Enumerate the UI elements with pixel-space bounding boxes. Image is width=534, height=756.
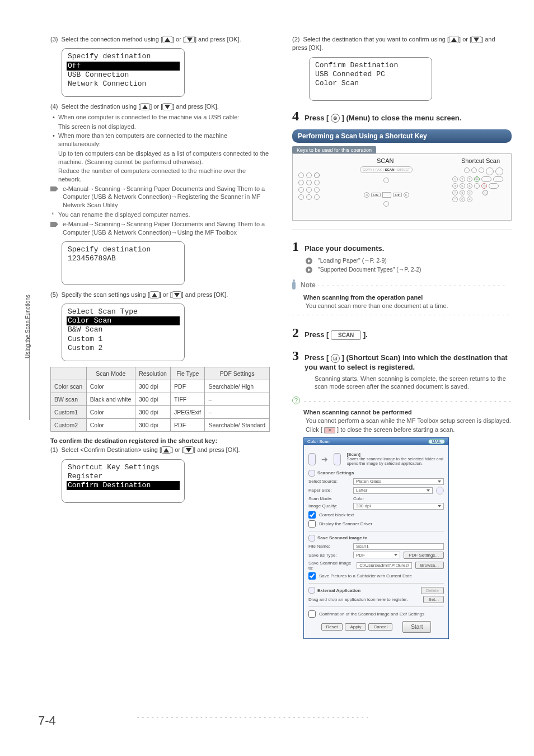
lcd-line: Network Connection [68,80,179,88]
lcd-line: 123456789AB [68,254,179,263]
text: Click [ [306,426,322,433]
dialog-title-text: Color Scan [307,439,330,444]
step-number: 4 [292,109,299,124]
close-icon: ✕ [324,427,335,433]
start-button[interactable]: Start [402,621,431,633]
step-number: 1 [292,239,299,254]
dialog-desc: Saves the scanned image to the selected … [346,457,444,466]
lcd-specify-destination-2: Specify destination 123456789AB [62,241,185,285]
section-icon [308,587,315,594]
field-label: Image Quality: [308,503,350,508]
scan-button-icon: SCAN [331,330,361,340]
question-icon: ? [292,396,300,404]
subfolder-checkbox[interactable] [308,572,316,580]
table-row: BW scan Black and white 300 dpi TIFF – [51,393,270,406]
td: TIFF [171,393,205,406]
th: PDF Settings [205,367,270,380]
td: Black and white [86,393,135,406]
section-label: Scanner Settings [317,470,354,475]
reference-link: "Loading Paper" (→P. 2-9) [306,256,512,264]
diagram-label-shortcut: Shortcut Scan [461,157,500,164]
set-button[interactable]: Set... [423,596,444,603]
td: Custom2 [51,419,87,432]
text: ]. [363,330,368,339]
lcd-shortcut-key-settings: Shortcut Key Settings Register Confirm D… [62,459,185,503]
table-row: Custom1 Color 300 dpi JPEG/Exif – [51,406,270,419]
q-body: You cannot perform a scan while the MF T… [298,417,512,425]
td: – [205,393,270,406]
page-bottom-dashes: - - - - - - - - - - - - - - - - - - - - … [0,713,534,720]
field-label: Select Source: [308,479,350,484]
table-row: Custom2 Color 300 dpi PDF Searchable/ St… [51,419,270,432]
step-text: Press [ ⊛ ] (Menu) to close the menu scr… [305,114,461,123]
td: Color [86,419,135,432]
td: Color [86,380,135,393]
confirm-heading: To confirm the destination registered in… [50,437,270,444]
image-quality-dropdown[interactable]: 300 dpi [353,503,444,510]
section-icon [308,470,315,477]
step-text: Place your documents. [305,244,384,253]
step-number: 3 [292,348,299,363]
lcd-line: USB Connedted PC [315,70,426,79]
paper-size-dropdown[interactable]: Letter [353,487,433,494]
field-value: Color [353,496,444,501]
subtext: This screen is not displayed. [50,123,270,131]
td: Color scan [51,380,87,393]
lcd-title: Specify destination [68,52,179,61]
correct-black-text-checkbox[interactable] [308,511,316,519]
td: BW scan [51,393,87,406]
step-2-top: (2) Select the destination that you want… [292,35,512,53]
pdf-settings-button[interactable]: PDF Settings... [404,552,444,559]
save-type-dropdown[interactable]: PDF [353,552,400,558]
browse-button[interactable]: Browse... [415,562,444,569]
display-driver-checkbox[interactable] [308,520,316,528]
cancel-button[interactable]: Cancel [368,623,392,631]
step-3: (3) Select the connection method using [… [50,35,270,44]
orientation-icon[interactable] [436,487,444,494]
lcd-selected: Confirm Destination [67,481,180,490]
section-label: External Application [317,588,360,593]
mail-button[interactable]: MAIL [428,439,445,444]
q-heading: When scanning cannot be performed [303,409,512,416]
confirmation-checkbox[interactable] [308,610,316,618]
text: ] to close the screen before starting a … [337,426,455,433]
delete-button[interactable]: Delete [421,587,444,594]
mf-toolbox-dialog: Color Scan MAIL ➔ [Scan] Saves the scann… [303,437,449,639]
right-column: (2) Select the destination that you want… [292,34,512,683]
note-star: You can rename the displayed computer na… [50,211,270,219]
step-5: (5) Specify the scan settings using [] o… [50,291,270,299]
td: – [205,406,270,419]
lcd-title: Shortcut Key Settings [68,463,179,472]
apply-button[interactable]: Apply [345,623,366,631]
pointer-ref: e-Manual→Scanning→Scanning Paper Documen… [50,220,270,237]
file-name-input[interactable]: Scan1 [353,543,444,550]
td: 300 dpi [135,406,170,419]
page-number: 7-4 [38,713,56,728]
checkbox-label: Correct black text [319,512,354,517]
section-label: Save Scanned Image to [317,535,367,540]
q-body: Click [ ✕ ] to close the screen before s… [298,426,512,434]
lcd-selected: Color Scan [67,316,180,325]
step-4: (4) Select the destination using [] or [… [50,102,270,111]
pointer-ref: e-Manual→Scanning→Scanning Paper Documen… [50,185,270,210]
section-icon [308,535,315,542]
lcd-line: USB Connection [68,71,179,80]
reset-button[interactable]: Reset [321,623,343,631]
dash-line: - - - - - - - - - - - - - - - - - - - - … [292,311,512,318]
td: 300 dpi [135,380,170,393]
lcd-title: Specify destination [68,245,179,254]
field-label: Save Scanned Image to: [308,561,353,571]
diagram-label-scan: SCAN [377,157,394,164]
select-source-dropdown[interactable]: Platen Glass [353,478,444,485]
save-location-input[interactable]: C:\Users\admin\Pictures\ [357,562,411,569]
dash-line: - - - - - - - - - - - - - - - - - - - - … [317,282,505,288]
shortcut-icon: ⊡ [331,354,340,363]
checkbox-label: Save Pictures to a Subfolder with Curren… [319,573,412,578]
lcd-line: Register [68,472,179,481]
subtext: Up to ten computers can be displayed as … [50,150,270,166]
bullet: When one computer is connected to the ma… [50,113,270,122]
scan-settings-table: Scan Mode Resolution Fie Type PDF Settin… [50,367,270,432]
checkbox-label: Display the Scanner Driver [319,521,372,526]
td: PDF [171,419,205,432]
scanner-icon [308,453,316,465]
